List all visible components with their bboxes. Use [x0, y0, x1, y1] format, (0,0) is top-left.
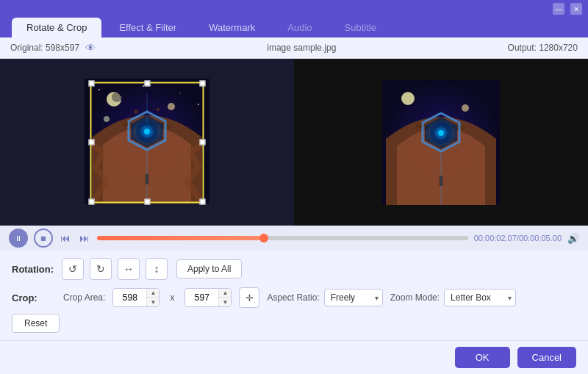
rotate-ccw-button[interactable]: ↺	[62, 258, 84, 280]
tab-audio[interactable]: Audio	[273, 18, 326, 37]
crosshair-button[interactable]: ✛	[239, 287, 259, 308]
tab-rotate-crop[interactable]: Rotate & Crop	[12, 18, 101, 37]
crop-height-up[interactable]: ▲	[219, 289, 231, 298]
crop-container[interactable]	[85, 79, 209, 206]
aspect-ratio-select-wrapper: Freely 16:9 4:3 1:1	[324, 289, 383, 306]
crop-overlay[interactable]	[90, 82, 204, 203]
crop-height-input[interactable]	[185, 290, 218, 306]
ok-button[interactable]: OK	[455, 347, 510, 368]
progress-bar[interactable]	[97, 236, 468, 240]
crop-height-input-group: ▲ ▼	[184, 288, 232, 307]
tab-effect-filter[interactable]: Effect & Filter	[104, 18, 191, 37]
zoom-mode-label: Zoom Mode:	[390, 292, 440, 303]
preview-area	[0, 59, 588, 226]
aspect-ratio-group: Aspect Ratio: Freely 16:9 4:3 1:1	[267, 289, 382, 306]
tab-subtitle[interactable]: Subtitle	[330, 18, 391, 37]
flip-horizontal-button[interactable]: ↔	[118, 258, 140, 280]
svg-point-33	[462, 104, 469, 112]
crop-handle-bm[interactable]	[144, 198, 150, 204]
crop-label: Crop:	[12, 292, 56, 303]
crop-handle-tr[interactable]	[200, 80, 206, 86]
aspect-ratio-select[interactable]: Freely 16:9 4:3 1:1	[324, 289, 383, 306]
zoom-mode-select-wrapper: Letter Box Pan & Scan Full	[444, 289, 516, 306]
reset-button[interactable]: Reset	[12, 314, 60, 333]
crop-handle-mr[interactable]	[200, 140, 206, 145]
minimize-button[interactable]: —	[553, 3, 564, 15]
svg-point-32	[461, 126, 465, 130]
crop-width-input[interactable]	[113, 290, 146, 306]
progress-fill	[97, 236, 264, 240]
preview-left	[0, 59, 294, 226]
crop-handle-bl[interactable]	[89, 198, 95, 204]
crop-width-up[interactable]: ▲	[147, 289, 159, 298]
pause-button[interactable]: ⏸	[9, 229, 28, 248]
svg-point-31	[416, 123, 422, 129]
crop-handle-ml[interactable]	[89, 140, 95, 145]
svg-point-24	[401, 92, 415, 105]
zoom-mode-select[interactable]: Letter Box Pan & Scan Full	[444, 289, 516, 306]
preview-right	[294, 59, 588, 226]
tab-watermark[interactable]: Watermark	[194, 18, 270, 37]
aspect-ratio-label: Aspect Ratio:	[267, 292, 319, 303]
crop-handle-br[interactable]	[200, 198, 206, 204]
cancel-button[interactable]: Cancel	[517, 347, 576, 368]
tab-bar: Rotate & Crop Effect & Filter Watermark …	[0, 18, 588, 37]
original-size-label: Original: 598x597	[10, 43, 79, 53]
skip-back-button[interactable]: ⏮	[59, 231, 72, 245]
footer: OK Cancel	[0, 340, 588, 374]
rotation-label: Rotation:	[12, 264, 56, 275]
x-separator: x	[170, 292, 174, 303]
main-content: Original: 598x597 👁 image sample.jpg Out…	[0, 37, 588, 374]
rotate-cw-button[interactable]: ↻	[90, 258, 112, 280]
rotation-row: Rotation: ↺ ↻ ↔ ↕ Apply to All	[12, 258, 576, 280]
time-display: 00:00:02.07/00:00:05.00	[474, 234, 562, 242]
crop-handle-tl[interactable]	[89, 80, 95, 86]
player-controls: ⏸ ⏹ ⏮ ⏭ 00:00:02.07/00:00:05.00 🔊	[0, 226, 588, 251]
crop-handle-tm[interactable]	[144, 80, 150, 86]
svg-point-30	[438, 130, 444, 136]
progress-thumb	[259, 234, 268, 242]
skip-forward-button[interactable]: ⏭	[78, 231, 91, 245]
zoom-mode-group: Zoom Mode: Letter Box Pan & Scan Full	[390, 289, 516, 306]
eye-icon[interactable]: 👁	[85, 42, 96, 54]
crop-width-input-group: ▲ ▼	[112, 288, 159, 307]
filename-label: image sample.jpg	[267, 43, 336, 53]
crop-height-down[interactable]: ▼	[219, 298, 231, 306]
title-bar: — ✕	[0, 0, 588, 18]
stop-button[interactable]: ⏹	[34, 229, 53, 248]
bottom-controls: Rotation: ↺ ↻ ↔ ↕ Apply to All Crop: Cro…	[0, 251, 588, 340]
close-button[interactable]: ✕	[570, 3, 582, 15]
crop-row: Crop: Crop Area: ▲ ▼ x ▲ ▼ ✛ Aspect Rati…	[12, 287, 576, 308]
crop-width-down[interactable]: ▼	[147, 298, 159, 306]
info-bar: Original: 598x597 👁 image sample.jpg Out…	[0, 37, 588, 59]
crop-area-label: Crop Area:	[63, 292, 105, 303]
volume-icon[interactable]: 🔊	[567, 233, 579, 244]
output-size-label: Output: 1280x720	[508, 43, 578, 53]
flip-vertical-button[interactable]: ↕	[146, 258, 168, 280]
output-preview-image	[382, 80, 500, 205]
apply-to-all-button[interactable]: Apply to All	[176, 259, 242, 278]
